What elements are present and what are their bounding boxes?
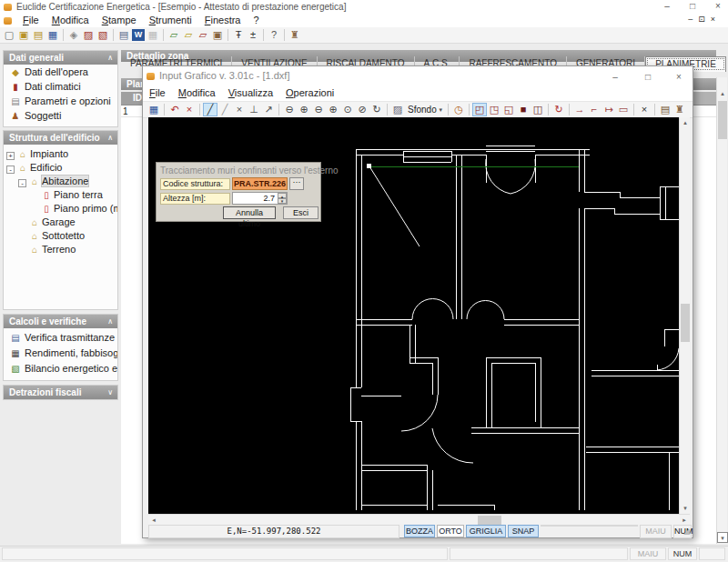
status-toggle[interactable]: SNAP [508, 525, 539, 537]
scrollbar-thumb[interactable] [478, 516, 501, 525]
tree-node[interactable]: ▯Piano terra [4, 188, 117, 202]
check-document-icon[interactable]: ▨ [81, 28, 96, 42]
save-dxf-icon[interactable]: ▦ [147, 103, 161, 116]
delete-icon[interactable]: × [182, 103, 197, 116]
climate-icon[interactable]: ▮Dati climatici [4, 79, 117, 94]
tree-node[interactable]: -⌂Abitazione [4, 175, 117, 188]
tree-expander[interactable]: - [18, 179, 26, 187]
sfondo-dropdown[interactable]: Sfondo ▾ [405, 103, 445, 117]
collapse-icon[interactable]: ∧ [107, 315, 113, 328]
zoom-out-icon[interactable]: ⊖ [282, 103, 297, 116]
segment-right-icon[interactable]: → [572, 103, 587, 116]
stamp-icon[interactable]: ▧ [96, 28, 110, 42]
zoom-dynamic-icon[interactable]: ⊘ [355, 103, 369, 116]
scroll-up-icon[interactable]: ▴ [680, 117, 691, 128]
cad-menu-item[interactable]: Modifica [172, 85, 222, 101]
zoom-extents-icon[interactable]: ⊕ [326, 103, 340, 116]
direction-icon[interactable]: ↗ [261, 103, 276, 116]
balance-icon[interactable]: ▧Bilancio energetico e consumi [4, 361, 117, 376]
file-green-icon[interactable]: ▱ [167, 28, 181, 42]
cad-menu-item[interactable]: File [143, 85, 172, 101]
verify-icon[interactable]: ▤Verifica trasmittanze limite [4, 330, 117, 346]
section-header[interactable]: Dati generali∧ [4, 51, 117, 65]
quit-icon[interactable]: ♜ [672, 103, 687, 116]
cad-menu-item[interactable]: Operazioni [279, 85, 340, 101]
scroll-drop-button[interactable]: ▾ [717, 532, 728, 543]
manual-icon[interactable]: ▤ [658, 103, 672, 116]
canvas-horizontal-scrollbar[interactable]: ◂ ▸ [148, 514, 690, 525]
pan-icon[interactable]: ↻ [369, 103, 384, 116]
tree-node[interactable]: ⌂Terreno [4, 243, 117, 256]
cad-menu-item[interactable]: Visualizza [222, 85, 279, 101]
hatch-icon[interactable]: ▨ [390, 103, 405, 116]
menu-item[interactable]: Modifica [46, 14, 96, 27]
resize-grip[interactable]: ◢ [683, 527, 690, 536]
new-icon[interactable]: ▢ [2, 28, 16, 42]
calc-icon[interactable]: ▦Rendimenti, fabbisogni ed EP [4, 346, 117, 361]
compass-icon[interactable]: ◷ [451, 103, 466, 116]
status-toggle[interactable]: GRIGLIA [466, 525, 506, 537]
cad-minimize-button[interactable]: – [607, 68, 623, 86]
cad-close-button[interactable]: × [671, 68, 687, 86]
opera-icon[interactable]: ◆Dati dell'opera [4, 65, 117, 79]
cad-maximize-button[interactable]: □ [640, 68, 656, 86]
subjects-icon[interactable]: ♟Soggetti [4, 108, 117, 123]
section-header[interactable]: Detrazioni fiscali∨ [4, 386, 117, 399]
zoom-prev-icon[interactable]: ⊖ [311, 103, 326, 116]
scrollbar-thumb[interactable] [718, 101, 727, 139]
tree-node[interactable]: ⌂Garage [4, 216, 117, 229]
sheet-icon[interactable]: ▭ [616, 103, 631, 116]
wall-mid-icon[interactable]: ◳ [487, 103, 501, 116]
section-header[interactable]: Struttura dell'edificio∧ [4, 131, 117, 145]
section-header[interactable]: Calcoli e verifiche∧ [4, 315, 117, 328]
scroll-up-icon[interactable]: ▴ [717, 88, 728, 99]
menu-item[interactable]: ? [248, 14, 266, 27]
options-icon[interactable]: ▤Parametri e opzioni [4, 94, 117, 108]
intersect-icon[interactable]: × [232, 103, 247, 116]
print-icon[interactable]: ▤ [116, 28, 131, 42]
open-project-icon[interactable]: ▣ [16, 28, 31, 42]
tree-node[interactable]: -⌂Edificio [4, 161, 117, 175]
refresh-data-icon[interactable]: ◈ [66, 28, 81, 42]
redraw-icon[interactable]: ↻ [551, 103, 566, 116]
scrollbar-thumb[interactable] [681, 304, 690, 342]
mdi-minimize-button[interactable]: – [688, 15, 698, 24]
menu-item[interactable]: Finestra [198, 14, 248, 27]
word-export-icon[interactable]: W [132, 29, 145, 41]
menu-item[interactable]: Stampe [96, 14, 143, 27]
browse-button[interactable]: ··· [289, 177, 304, 190]
collapse-icon[interactable]: ∧ [107, 51, 113, 65]
status-toggle[interactable]: BOZZA [404, 525, 435, 537]
help-icon[interactable]: ? [267, 28, 281, 42]
tree-node[interactable]: +⌂Impianto [4, 147, 117, 161]
zoom-window-icon[interactable]: ⊙ [340, 103, 355, 116]
archive-icon[interactable]: ▣ [210, 28, 225, 42]
esci-button[interactable]: Esci [283, 206, 318, 219]
close-button[interactable]: × [710, 0, 726, 14]
export-icon[interactable]: ± [246, 28, 260, 42]
open-folder-icon[interactable]: ▤ [31, 28, 46, 42]
tree-node[interactable]: ⌂Sottotetto [4, 229, 117, 243]
wall-window-icon[interactable]: ◫ [531, 103, 545, 116]
scroll-down-icon[interactable]: ▾ [680, 503, 691, 514]
excel-export-icon[interactable]: ▦ [146, 28, 160, 42]
collapse-icon[interactable]: ∧ [107, 131, 113, 145]
tree-expander[interactable]: - [6, 166, 15, 174]
maximize-button[interactable]: □ [684, 0, 701, 14]
codice-struttura-field[interactable]: PRA.STR.226 [232, 177, 288, 190]
wall-end-icon[interactable]: ◱ [501, 103, 516, 116]
close-tool-icon[interactable]: × [637, 103, 652, 116]
wall-corner-icon[interactable]: ◰ [472, 103, 487, 116]
exit-icon[interactable]: ♜ [288, 28, 302, 42]
collapse-icon[interactable]: ∨ [107, 386, 113, 399]
draw-wall-icon[interactable]: ╱ [203, 103, 217, 116]
spinner-down-button[interactable]: ▾ [278, 198, 287, 204]
mdi-restore-button[interactable]: ⊡ [698, 15, 711, 24]
tree-expander[interactable]: + [6, 152, 15, 160]
perpendicular-icon[interactable]: ⊥ [247, 103, 261, 116]
segment-corner-icon[interactable]: ⌐ [587, 103, 602, 116]
import-icon[interactable]: Ŧ [231, 28, 246, 42]
draw-line-icon[interactable]: ╱ [217, 103, 232, 116]
undo-icon[interactable]: ↶ [167, 103, 182, 116]
segment-map-icon[interactable]: ↦ [602, 103, 616, 116]
